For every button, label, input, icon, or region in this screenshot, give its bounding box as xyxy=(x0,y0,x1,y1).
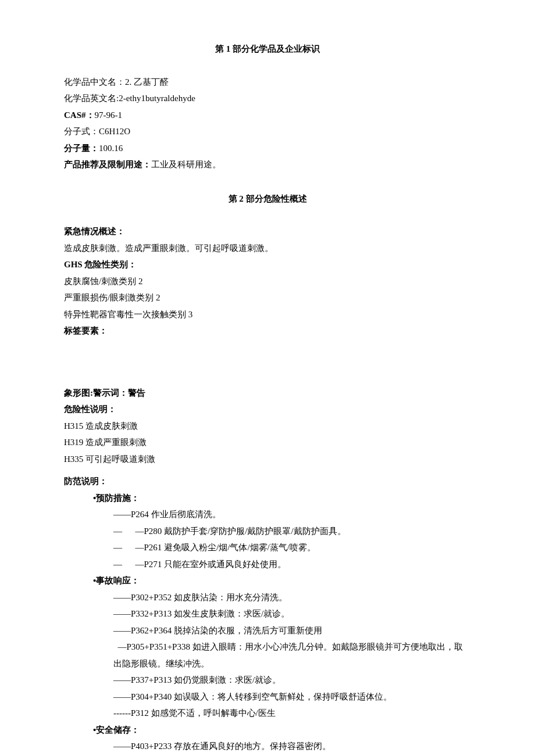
storage-item-0: ——P403+P233 存放在通风良好的地方。保持容器密闭。 xyxy=(64,738,471,755)
response-label: •事故响应： xyxy=(64,572,471,589)
response-item-3: —P305+P351+P338 如进入眼睛：用水小心冲洗几分钟。如戴隐形眼镜并可… xyxy=(64,639,471,672)
mw-row: 分子量：100.16 xyxy=(64,140,471,157)
ghs-item-0: 皮肤腐蚀/刺激类别 2 xyxy=(64,273,471,290)
response-item-4: ——P337+P313 如仍觉眼刺激：求医/就诊。 xyxy=(64,672,471,689)
cas-row: CAS#：97-96-1 xyxy=(64,107,471,124)
storage-label: •安全储存： xyxy=(64,722,471,739)
use-row: 产品推荐及限制用途：工业及科研用途。 xyxy=(64,156,471,173)
mw-value: 100.16 xyxy=(99,144,123,153)
mw-label: 分子量： xyxy=(64,144,99,153)
cas-value: 97-96-1 xyxy=(95,110,123,120)
formula-label: 分子式： xyxy=(64,127,99,136)
use-label: 产品推荐及限制用途： xyxy=(64,160,151,169)
formula-value: C6H12O xyxy=(99,127,130,136)
hazard-label: 危险性说明： xyxy=(64,401,471,418)
emergency-text: 造成皮肤刺激。造成严重眼刺激。可引起呼吸道刺激。 xyxy=(64,240,471,257)
section-2-title: 第 2 部分危险性概述 xyxy=(64,191,471,207)
english-name-label: 化学品英文名: xyxy=(64,94,119,103)
pictogram-signal: 象形图:警示词：警告 xyxy=(64,385,471,402)
english-name-value: 2-ethy1butyraldehyde xyxy=(119,94,195,103)
prevention-item-1: — —P280 戴防护手套/穿防护服/戴防护眼罩/戴防护面具。 xyxy=(64,523,471,540)
ghs-label: GHS 危险性类别： xyxy=(64,256,471,273)
cas-label: CAS#： xyxy=(64,110,95,120)
response-item-5: ——P304+P340 如误吸入：将人转移到空气新鲜处，保持呼吸舒适体位。 xyxy=(64,689,471,705)
ghs-item-2: 特异性靶器官毒性一次接触类别 3 xyxy=(64,306,471,323)
chinese-name-label: 化学品中文名： xyxy=(64,77,125,87)
pictogram-spacer xyxy=(64,339,471,385)
response-item-6: ------P312 如感觉不适，呼叫解毒中心/医生 xyxy=(64,705,471,722)
emergency-label: 紧急情况概述： xyxy=(64,223,471,240)
prevention-item-0: ——P264 作业后彻底清洗。 xyxy=(64,506,471,523)
prevention-label: •预防措施： xyxy=(64,490,471,507)
chinese-name-row: 化学品中文名：2. 乙基丁醛 xyxy=(64,74,471,91)
hazard-item-0: H315 造成皮肤刺激 xyxy=(64,418,471,435)
response-item-1: ——P332+P313 如发生皮肤刺激：求医/就诊。 xyxy=(64,605,471,622)
precaution-label: 防范说明： xyxy=(64,473,471,490)
section-1-title: 第 1 部分化学品及企业标识 xyxy=(64,41,471,58)
formula-row: 分子式：C6H12O xyxy=(64,123,471,140)
label-elements-label: 标签要素： xyxy=(64,323,471,339)
hazard-item-2: H335 可引起呼吸道刺激 xyxy=(64,451,471,468)
english-name-row: 化学品英文名:2-ethy1butyraldehyde xyxy=(64,90,471,107)
use-value: 工业及科研用途。 xyxy=(151,160,221,169)
hazard-item-1: H319 造成严重眼刺激 xyxy=(64,434,471,451)
ghs-item-1: 严重眼损伤/眼刺激类别 2 xyxy=(64,289,471,306)
response-item-0: ——P302+P352 如皮肤沾染：用水充分清洗。 xyxy=(64,589,471,606)
prevention-item-3: — —P271 只能在室外或通风良好处使用。 xyxy=(64,556,471,573)
chinese-name-value: 2. 乙基丁醛 xyxy=(125,77,169,87)
response-item-2: ——P362+P364 脱掉沾染的衣服，清洗后方可重新使用 xyxy=(64,622,471,639)
prevention-item-2: — —P261 避免吸入粉尘/烟/气体/烟雾/蒸气/喷雾。 xyxy=(64,539,471,556)
